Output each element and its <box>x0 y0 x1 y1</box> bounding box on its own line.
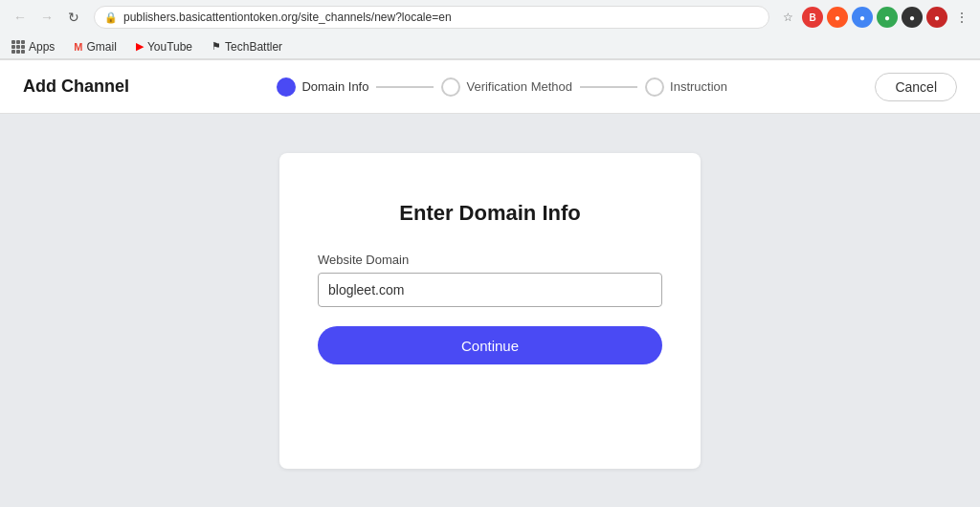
refresh-button[interactable]: ↻ <box>61 5 86 30</box>
bookmark-apps-label: Apps <box>29 40 55 54</box>
youtube-icon: ▶ <box>136 40 144 53</box>
bookmark-youtube-label: YouTube <box>147 40 192 54</box>
bookmark-apps[interactable]: Apps <box>8 38 58 55</box>
profile-button[interactable]: ● <box>926 7 947 28</box>
apps-grid-icon <box>11 40 25 54</box>
page-content: Enter Domain Info Website Domain Continu… <box>0 114 980 507</box>
step-2-label: Verification Method <box>466 79 572 94</box>
continue-button[interactable]: Continue <box>318 326 662 364</box>
step-connector-2 <box>580 86 637 88</box>
extension-button-2[interactable]: ● <box>877 7 898 28</box>
lock-icon: 🔒 <box>104 11 118 24</box>
bookmarks-bar: Apps M Gmail ▶ YouTube ⚑ TechBattler <box>0 34 980 59</box>
bookmark-techbattler-label: TechBattler <box>225 40 282 54</box>
browser-toolbar: ← → ↻ 🔒 publishers.basicattentiontoken.o… <box>0 0 980 34</box>
url-text: publishers.basicattentiontoken.org/site_… <box>123 11 759 24</box>
bookmark-youtube[interactable]: ▶ YouTube <box>132 38 196 55</box>
website-domain-label: Website Domain <box>318 253 662 267</box>
website-domain-input[interactable] <box>318 273 662 307</box>
page-header: Add Channel Domain Info Verification Met… <box>0 60 980 114</box>
bookmark-gmail-label: Gmail <box>87 40 117 54</box>
bookmark-star-button[interactable]: ☆ <box>777 7 798 28</box>
card-title: Enter Domain Info <box>399 201 580 226</box>
bat-icon-button[interactable]: B <box>802 7 823 28</box>
step-1-circle <box>277 77 296 97</box>
bookmark-techbattler[interactable]: ⚑ TechBattler <box>208 38 286 55</box>
step-verification: Verification Method <box>441 77 572 97</box>
website-domain-group: Website Domain <box>318 253 662 307</box>
step-3-label: Instruction <box>670 79 727 94</box>
techbattler-icon: ⚑ <box>212 40 221 53</box>
nav-buttons: ← → ↻ <box>8 5 86 30</box>
step-2-circle <box>441 77 460 97</box>
browser-actions: ☆ B ● ● ● ● ● ⋮ <box>777 7 972 28</box>
browser-chrome: ← → ↻ 🔒 publishers.basicattentiontoken.o… <box>0 0 980 60</box>
bookmark-gmail[interactable]: M Gmail <box>70 38 121 55</box>
step-domain-info: Domain Info <box>277 77 368 97</box>
address-bar[interactable]: 🔒 publishers.basicattentiontoken.org/sit… <box>94 6 769 29</box>
back-button[interactable]: ← <box>8 5 33 30</box>
extension-button-1[interactable]: ● <box>852 7 873 28</box>
forward-button[interactable]: → <box>34 5 59 30</box>
page-title: Add Channel <box>23 77 129 97</box>
stepper: Domain Info Verification Method Instruct… <box>148 77 856 97</box>
step-3-circle <box>645 77 664 97</box>
cancel-button[interactable]: Cancel <box>875 73 957 101</box>
step-instruction: Instruction <box>645 77 727 97</box>
browser-menu-button[interactable]: ⋮ <box>951 7 972 28</box>
domain-info-card: Enter Domain Info Website Domain Continu… <box>279 153 701 469</box>
gmail-icon: M <box>74 41 82 53</box>
step-connector-1 <box>376 86 434 88</box>
adblock-button[interactable]: ● <box>827 7 848 28</box>
step-1-label: Domain Info <box>301 79 368 94</box>
extension-button-3[interactable]: ● <box>902 7 923 28</box>
